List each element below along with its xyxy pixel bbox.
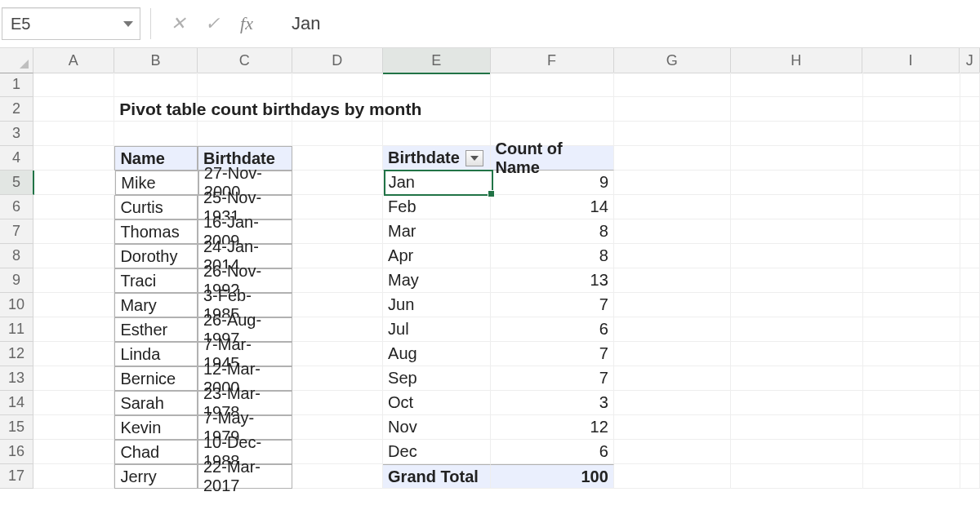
row-header-8[interactable]: 8: [0, 244, 33, 268]
pivot-row-label[interactable]: Mar: [383, 219, 490, 244]
cell[interactable]: [614, 195, 731, 219]
table-cell-name[interactable]: Bernice: [114, 366, 198, 391]
insert-function-button[interactable]: fx: [229, 8, 264, 39]
cell[interactable]: [960, 415, 980, 440]
row-header-10[interactable]: 10: [0, 293, 33, 317]
pivot-total-value[interactable]: 100: [491, 464, 614, 489]
cell[interactable]: [731, 122, 862, 146]
cell[interactable]: [863, 415, 961, 440]
cell[interactable]: [960, 342, 980, 366]
table-cell-name[interactable]: Esther: [114, 317, 198, 342]
table-cell-birthdate[interactable]: 22-Mar-2017: [198, 464, 292, 489]
cell[interactable]: [863, 97, 960, 122]
cell[interactable]: [33, 342, 115, 366]
cell[interactable]: [292, 342, 384, 366]
col-header-J[interactable]: J: [960, 48, 980, 73]
cell[interactable]: [731, 244, 862, 268]
cell[interactable]: [863, 171, 960, 195]
cell[interactable]: [33, 317, 115, 342]
pivot-total-label[interactable]: Grand Total: [383, 464, 490, 489]
cell[interactable]: [731, 440, 862, 464]
cell[interactable]: [960, 317, 980, 342]
cell[interactable]: [731, 268, 862, 293]
pivot-row-value[interactable]: 13: [491, 268, 614, 293]
cell[interactable]: [731, 219, 862, 244]
cell[interactable]: [292, 317, 384, 342]
pivot-row-label[interactable]: Nov: [383, 415, 490, 440]
row-header-2[interactable]: 2: [0, 97, 33, 122]
cell[interactable]: [614, 342, 731, 366]
table-cell-name[interactable]: Mike: [115, 171, 198, 195]
cell[interactable]: [491, 97, 614, 122]
cell[interactable]: [292, 73, 384, 97]
cell[interactable]: [33, 122, 115, 146]
row-header-12[interactable]: 12: [0, 342, 33, 366]
cell[interactable]: [863, 122, 961, 146]
cell[interactable]: [863, 440, 961, 464]
cell[interactable]: [731, 146, 862, 171]
col-header-F[interactable]: F: [491, 48, 614, 73]
cell[interactable]: [33, 219, 115, 244]
pivot-row-value[interactable]: 6: [491, 440, 614, 464]
row-header-3[interactable]: 3: [0, 122, 33, 146]
table-cell-name[interactable]: Jerry: [114, 464, 198, 489]
table-cell-name[interactable]: Curtis: [114, 195, 198, 219]
pivot-row-value[interactable]: 3: [491, 391, 614, 415]
cell[interactable]: [33, 415, 115, 440]
pivot-row-label[interactable]: Jul: [383, 317, 490, 342]
cell[interactable]: [33, 464, 115, 489]
cell[interactable]: [614, 415, 731, 440]
table-cell-name[interactable]: Linda: [114, 342, 198, 366]
pivot-row-value[interactable]: 7: [491, 293, 614, 317]
col-header-D[interactable]: D: [292, 48, 384, 73]
cell[interactable]: [383, 122, 490, 146]
cell[interactable]: [33, 97, 115, 122]
cell[interactable]: [292, 366, 384, 391]
pivot-row-label[interactable]: Apr: [383, 244, 490, 268]
col-header-A[interactable]: A: [33, 48, 115, 73]
cell[interactable]: [960, 219, 980, 244]
cell[interactable]: [731, 391, 862, 415]
cell[interactable]: [33, 73, 115, 97]
pivot-row-value[interactable]: 9: [491, 171, 614, 195]
cell[interactable]: [292, 171, 383, 195]
row-header-6[interactable]: 6: [0, 195, 33, 219]
pivot-row-label[interactable]: Feb: [383, 195, 490, 219]
cell[interactable]: [863, 73, 961, 97]
cell[interactable]: [292, 195, 384, 219]
table-cell-name[interactable]: Mary: [114, 293, 198, 317]
cell[interactable]: [960, 97, 980, 122]
cell[interactable]: [292, 268, 384, 293]
cell[interactable]: [292, 293, 384, 317]
cell[interactable]: [960, 464, 980, 489]
cell[interactable]: [614, 171, 731, 195]
cell[interactable]: [614, 366, 731, 391]
col-header-B[interactable]: B: [114, 48, 198, 73]
cell[interactable]: [960, 366, 980, 391]
worksheet-grid[interactable]: A B C D E F G H I J 12Pivot table count …: [0, 48, 980, 489]
cell[interactable]: [292, 464, 384, 489]
cell[interactable]: [731, 195, 862, 219]
pivot-row-label[interactable]: Jan: [384, 171, 491, 195]
table-cell-name[interactable]: Kevin: [114, 415, 198, 440]
cell[interactable]: [198, 122, 292, 146]
col-header-I[interactable]: I: [862, 48, 960, 73]
pivot-row-value[interactable]: 8: [491, 244, 614, 268]
cell[interactable]: [863, 195, 961, 219]
table-cell-name[interactable]: Chad: [114, 440, 198, 464]
cell[interactable]: [614, 317, 731, 342]
cell[interactable]: [960, 171, 980, 195]
accept-button[interactable]: ✓: [195, 8, 229, 39]
col-header-E[interactable]: E: [383, 48, 490, 74]
cell[interactable]: [33, 268, 115, 293]
row-header-15[interactable]: 15: [0, 415, 33, 440]
cell[interactable]: [34, 171, 116, 195]
row-header-11[interactable]: 11: [0, 317, 33, 342]
cell[interactable]: [33, 366, 115, 391]
col-header-C[interactable]: C: [198, 48, 292, 73]
cell[interactable]: [960, 146, 980, 171]
table-cell-name[interactable]: Dorothy: [114, 244, 198, 268]
cell[interactable]: [33, 146, 115, 171]
cell[interactable]: [33, 244, 115, 268]
cell[interactable]: [731, 171, 862, 195]
